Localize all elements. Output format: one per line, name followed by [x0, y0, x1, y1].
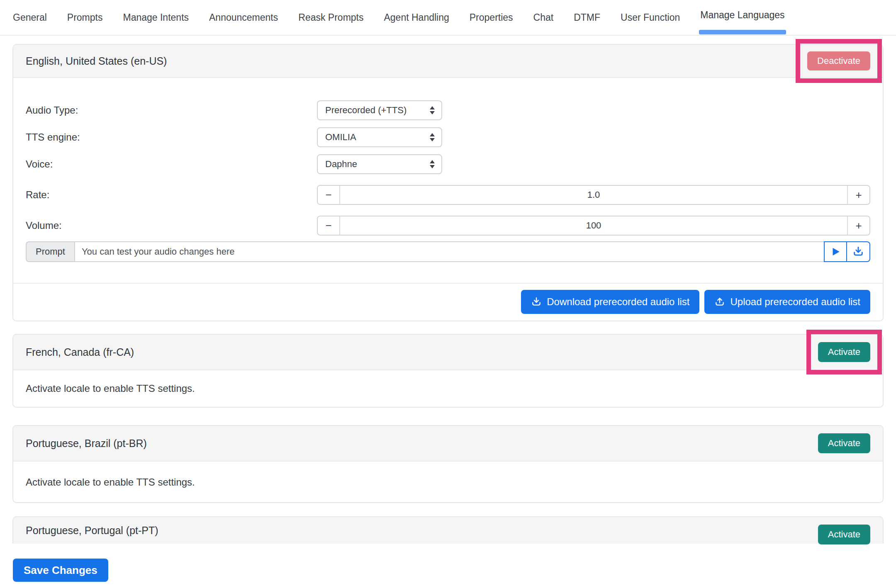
locale-header-pt-pt: Portuguese, Portugal (pt-PT) Activate — [13, 517, 883, 544]
tab-chat[interactable]: Chat — [533, 0, 554, 35]
locale-title: Portuguese, Portugal (pt-PT) — [26, 525, 158, 537]
prompt-test-input[interactable] — [74, 241, 824, 262]
prompt-test-group: Prompt — [26, 241, 870, 262]
up-down-arrows-icon — [429, 133, 436, 142]
volume-label: Volume: — [26, 220, 317, 231]
settings-tab-bar: General Prompts Manage Intents Announcem… — [0, 0, 896, 36]
tts-engine-select[interactable]: OMILIA — [317, 127, 442, 147]
volume-decrement-button[interactable]: − — [318, 216, 340, 235]
voice-label: Voice: — [26, 158, 317, 170]
tab-label: Properties — [470, 12, 513, 23]
play-icon — [830, 246, 841, 257]
locale-header-fr-ca: French, Canada (fr-CA) Activate — [13, 335, 883, 370]
up-down-arrows-icon — [429, 160, 436, 169]
tab-dtmf[interactable]: DTMF — [574, 0, 600, 35]
locale-card-pt-br: Portuguese, Brazil (pt-BR) Activate Acti… — [12, 425, 884, 503]
activate-locale-note: Activate locale to enable TTS settings. — [13, 370, 883, 407]
tab-label: Announcements — [209, 12, 278, 23]
volume-stepper: − + — [317, 216, 870, 236]
download-icon — [852, 246, 864, 258]
rate-increment-button[interactable]: + — [847, 186, 869, 204]
tts-engine-label: TTS engine: — [26, 131, 317, 143]
play-audio-button[interactable] — [824, 241, 847, 262]
activate-button-fr-ca[interactable]: Activate — [818, 342, 870, 362]
up-down-arrows-icon — [429, 106, 436, 115]
audio-type-row: Audio Type: Prerecorded (+TTS) — [26, 100, 870, 120]
tab-reask-prompts[interactable]: Reask Prompts — [298, 0, 363, 35]
download-icon — [531, 296, 542, 307]
volume-row: Volume: − + — [26, 216, 870, 236]
tab-properties[interactable]: Properties — [470, 0, 513, 35]
volume-increment-button[interactable]: + — [847, 216, 869, 235]
voice-select[interactable]: Daphne — [317, 154, 442, 174]
tab-label: Prompts — [67, 12, 103, 23]
locale-title: French, Canada (fr-CA) — [26, 346, 134, 358]
locale-title: English, United States (en-US) — [26, 55, 167, 67]
upload-icon — [714, 296, 725, 307]
locale-card-pt-pt: Portuguese, Portugal (pt-PT) Activate — [12, 516, 884, 544]
tab-label: Agent Handling — [384, 12, 449, 23]
tts-engine-selected-value: OMILIA — [325, 132, 356, 143]
rate-label: Rate: — [26, 189, 317, 201]
prerecorded-audio-footer: Download prerecorded audio list Upload p… — [13, 283, 883, 321]
deactivate-button-en-us[interactable]: Deactivate — [807, 51, 870, 70]
audio-type-select[interactable]: Prerecorded (+TTS) — [317, 100, 442, 120]
rate-stepper: − + — [317, 185, 870, 205]
tab-label: Chat — [533, 12, 554, 23]
activate-locale-note: Activate locale to enable TTS settings. — [13, 462, 883, 502]
rate-row: Rate: − + — [26, 185, 870, 205]
tts-engine-row: TTS engine: OMILIA — [26, 127, 870, 147]
upload-prerecorded-audio-list-button[interactable]: Upload prerecorded audio list — [704, 290, 870, 314]
button-label: Download prerecorded audio list — [547, 296, 689, 308]
tab-label: Manage Intents — [123, 12, 189, 23]
tab-manage-languages[interactable]: Manage Languages — [700, 0, 784, 35]
button-label: Upload prerecorded audio list — [730, 296, 860, 308]
tab-label: Manage Languages — [700, 10, 784, 21]
download-prerecorded-audio-list-button[interactable]: Download prerecorded audio list — [521, 290, 699, 314]
tab-announcements[interactable]: Announcements — [209, 0, 278, 35]
locale-header-en-us: English, United States (en-US) Deactivat… — [13, 45, 883, 78]
audio-type-label: Audio Type: — [26, 104, 317, 116]
tab-manage-intents[interactable]: Manage Intents — [123, 0, 189, 35]
tab-label: DTMF — [574, 12, 600, 23]
audio-type-selected-value: Prerecorded (+TTS) — [325, 105, 407, 116]
tab-agent-handling[interactable]: Agent Handling — [384, 0, 449, 35]
tab-label: General — [13, 12, 47, 23]
download-audio-button[interactable] — [847, 241, 870, 262]
rate-decrement-button[interactable]: − — [318, 186, 340, 204]
tab-label: User Function — [621, 12, 680, 23]
tab-user-function[interactable]: User Function — [621, 0, 680, 35]
activate-button-pt-pt[interactable]: Activate — [818, 525, 870, 544]
activate-button-pt-br[interactable]: Activate — [818, 433, 870, 453]
tab-prompts[interactable]: Prompts — [67, 0, 103, 35]
locale-header-pt-br: Portuguese, Brazil (pt-BR) Activate — [13, 426, 883, 462]
voice-row: Voice: Daphne — [26, 154, 870, 174]
prompt-addon-label: Prompt — [26, 241, 74, 262]
rate-input[interactable] — [340, 186, 847, 204]
volume-input[interactable] — [340, 216, 847, 235]
tab-general[interactable]: General — [13, 0, 47, 35]
save-changes-button[interactable]: Save Changes — [13, 559, 108, 582]
locale-card-en-us: English, United States (en-US) Deactivat… — [12, 44, 884, 321]
tab-label: Reask Prompts — [298, 12, 363, 23]
tts-settings-form: Audio Type: Prerecorded (+TTS) TTS engin… — [13, 78, 883, 283]
voice-selected-value: Daphne — [325, 159, 357, 170]
locale-title: Portuguese, Brazil (pt-BR) — [26, 437, 147, 450]
locale-card-fr-ca: French, Canada (fr-CA) Activate Activate… — [12, 334, 884, 408]
